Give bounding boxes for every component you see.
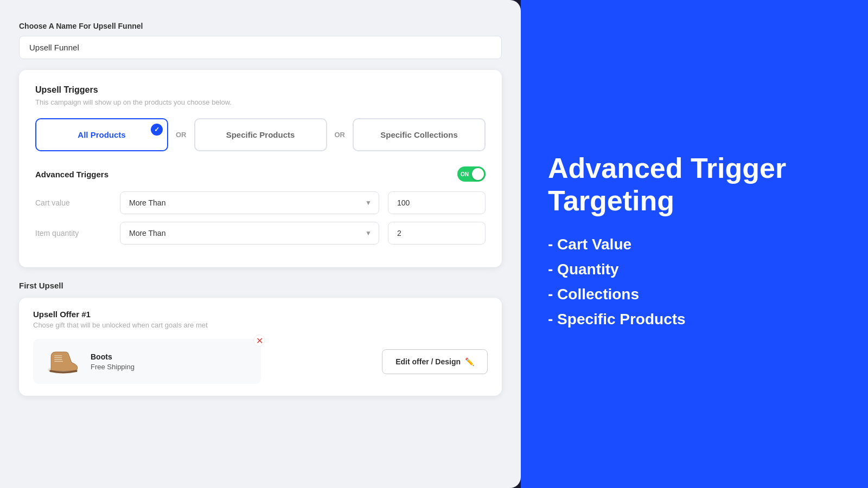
item-quantity-label: Item quantity bbox=[35, 229, 111, 237]
cart-value-select-wrap: More Than Less Than Equal To ▼ bbox=[120, 191, 379, 214]
bullet-collections: - Collections bbox=[548, 286, 841, 303]
upsell-product-left: ✕ bbox=[33, 339, 261, 384]
upsell-product-row: ✕ bbox=[33, 339, 488, 384]
toggle-label: ON bbox=[461, 171, 469, 177]
upsell-card: Upsell Offer #1 Chose gift that will be … bbox=[19, 298, 502, 396]
item-quantity-select-wrap: More Than Less Than Equal To ▼ bbox=[120, 222, 379, 245]
edit-offer-btn[interactable]: Edit offer / Design ✏️ bbox=[382, 349, 488, 374]
item-quantity-select[interactable]: More Than Less Than Equal To bbox=[120, 222, 379, 245]
item-quantity-row: Item quantity More Than Less Than Equal … bbox=[35, 222, 486, 245]
all-products-label: All Products bbox=[78, 130, 125, 139]
cart-value-label: Cart value bbox=[35, 198, 111, 207]
first-upsell-section: First Upsell Upsell Offer #1 Chose gift … bbox=[19, 281, 502, 396]
right-panel: Advanced Trigger Targeting - Cart Value … bbox=[521, 0, 868, 488]
edit-offer-label: Edit offer / Design bbox=[395, 357, 461, 366]
toggle-wrap: ON bbox=[457, 166, 486, 182]
or-label-1: OR bbox=[168, 131, 194, 139]
advanced-triggers-toggle[interactable]: ON bbox=[457, 166, 486, 182]
toggle-knob bbox=[472, 168, 484, 180]
advanced-triggers-header: Advanced Triggers ON bbox=[35, 166, 486, 182]
left-panel: your Choose A Name For Upsell Funnel Ups… bbox=[0, 0, 521, 488]
product-sub: Free Shipping bbox=[91, 363, 135, 371]
cart-value-input[interactable] bbox=[388, 191, 486, 214]
bullet-cart-value: - Cart Value bbox=[548, 236, 841, 253]
specific-collections-label: Specific Collections bbox=[380, 130, 458, 139]
bullet-quantity: - Quantity bbox=[548, 261, 841, 278]
all-products-btn[interactable]: All Products ✓ bbox=[35, 118, 168, 151]
advanced-triggers-title: Advanced Triggers bbox=[35, 170, 108, 179]
product-info: Boots Free Shipping bbox=[91, 352, 135, 371]
boot-image bbox=[44, 346, 82, 376]
item-quantity-input[interactable] bbox=[388, 222, 486, 245]
name-section: Choose A Name For Upsell Funnel bbox=[19, 22, 502, 59]
triggers-card-title: Upsell Triggers bbox=[35, 85, 486, 95]
triggers-card-subtitle: This campaign will show up on the produc… bbox=[35, 98, 486, 106]
specific-collections-btn[interactable]: Specific Collections bbox=[353, 118, 486, 151]
cart-value-row: Cart value More Than Less Than Equal To … bbox=[35, 191, 486, 214]
bullet-specific-products: - Specific Products bbox=[548, 311, 841, 328]
first-upsell-label: First Upsell bbox=[19, 281, 502, 290]
specific-products-label: Specific Products bbox=[226, 130, 295, 139]
cart-value-select[interactable]: More Than Less Than Equal To bbox=[120, 191, 379, 214]
name-section-label: Choose A Name For Upsell Funnel bbox=[19, 22, 502, 30]
triggers-card: Upsell Triggers This campaign will show … bbox=[19, 70, 502, 267]
remove-product-btn[interactable]: ✕ bbox=[253, 335, 265, 346]
or-label-2: OR bbox=[327, 131, 353, 139]
check-icon: ✓ bbox=[151, 124, 163, 136]
upsell-offer-subtitle: Chose gift that will be unlocked when ca… bbox=[33, 321, 488, 329]
pencil-icon: ✏️ bbox=[465, 357, 474, 366]
upsell-offer-title: Upsell Offer #1 bbox=[33, 310, 488, 319]
specific-products-btn[interactable]: Specific Products bbox=[194, 118, 327, 151]
product-selector: All Products ✓ OR Specific Products OR S… bbox=[35, 118, 486, 151]
funnel-name-input[interactable] bbox=[19, 36, 502, 59]
product-name: Boots bbox=[91, 352, 135, 363]
right-panel-bullets: - Cart Value - Quantity - Collections - … bbox=[548, 236, 841, 336]
right-panel-heading: Advanced Trigger Targeting bbox=[548, 152, 841, 217]
